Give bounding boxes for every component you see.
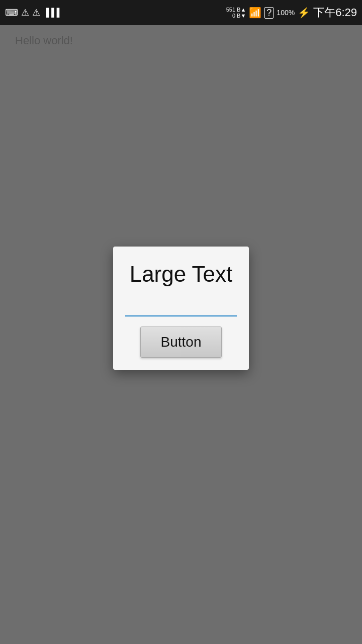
battery-text: 100%: [277, 9, 295, 17]
dialog: Large Text Button: [113, 247, 249, 370]
status-bar-left: ⌨ ⚠ ⚠ ▐▐▐: [5, 7, 59, 18]
warning-icon-1: ⚠: [21, 7, 29, 18]
bars-icon: ▐▐▐: [43, 8, 59, 17]
carrier-icon: ?: [264, 7, 274, 19]
hello-world-text: Hello world!: [15, 34, 73, 47]
status-time: 下午6:29: [313, 5, 357, 20]
dialog-button[interactable]: Button: [140, 327, 222, 358]
status-bar: ⌨ ⚠ ⚠ ▐▐▐ 551 B▲ 0 B▼ 📶 ? 100% ⚡ 下午6:29: [0, 0, 362, 25]
wifi-icon: 📶: [249, 7, 261, 19]
signal-info: 551 B▲ 0 B▼: [226, 7, 246, 19]
status-bar-right: 551 B▲ 0 B▼ 📶 ? 100% ⚡ 下午6:29: [226, 5, 357, 20]
battery-icon: ⚡: [298, 7, 310, 19]
dialog-text-input[interactable]: [125, 301, 237, 316]
warning-icon-2: ⚠: [32, 7, 40, 18]
dialog-input-area: [125, 301, 237, 316]
keyboard-icon: ⌨: [5, 7, 18, 18]
dialog-title: Large Text: [130, 262, 233, 287]
